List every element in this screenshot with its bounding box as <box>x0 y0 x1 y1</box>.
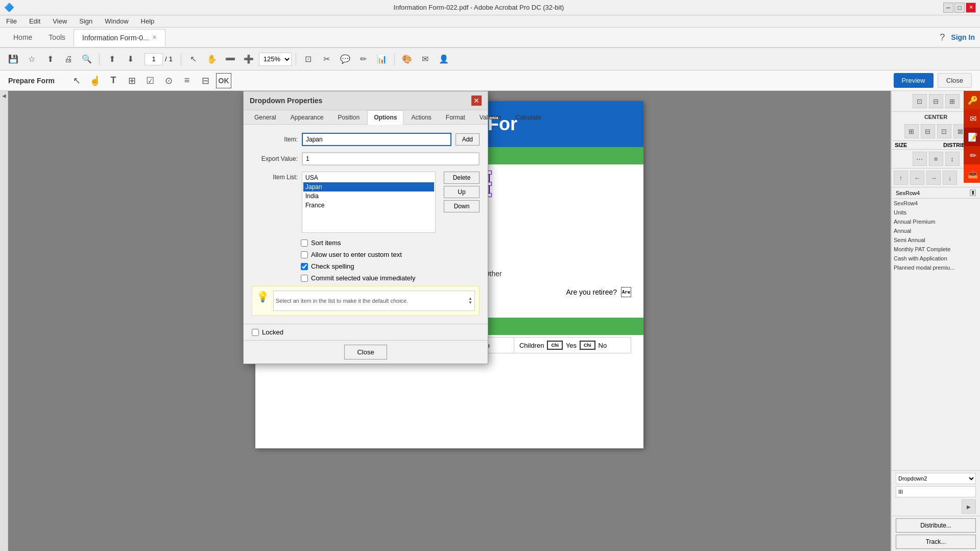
arrow-right-icon[interactable]: → <box>926 171 941 185</box>
menu-view[interactable]: View <box>51 16 69 26</box>
pen-tool[interactable]: ✏ <box>355 51 372 67</box>
tab-general[interactable]: General <box>248 110 283 124</box>
next-page-tool[interactable]: ⬇ <box>122 51 138 67</box>
mail-tool[interactable]: ✉ <box>417 51 434 67</box>
right-item-6[interactable]: Cash with Application <box>892 254 980 263</box>
sex-row-scroll[interactable]: ⬆ <box>970 189 976 196</box>
chart-tool[interactable]: 📊 <box>374 51 390 67</box>
field-arrow-icon[interactable]: ▶ <box>962 499 976 514</box>
acrobat-side-icon-1[interactable]: 🔑 <box>964 91 980 109</box>
color-tool[interactable]: 🎨 <box>399 51 415 67</box>
align-left-icon[interactable]: ⊡ <box>913 94 927 108</box>
arrow-up-icon[interactable]: ↑ <box>894 171 908 185</box>
tab-options[interactable]: Options <box>367 110 403 125</box>
up-button[interactable]: Up <box>444 186 480 198</box>
prev-page-tool[interactable]: ⬆ <box>104 51 120 67</box>
search-tool[interactable]: 🔍 <box>79 51 95 67</box>
menu-window[interactable]: Window <box>103 16 130 26</box>
dropdown-tool[interactable]: ⊟ <box>198 73 213 88</box>
check-spelling-checkbox[interactable] <box>301 263 308 270</box>
maximize-button[interactable]: □ <box>954 3 965 13</box>
field-value-input[interactable] <box>896 486 976 497</box>
tab-appearance[interactable]: Appearance <box>284 110 330 124</box>
fit-page-tool[interactable]: ⊡ <box>300 51 317 67</box>
zoom-in-tool[interactable]: ➕ <box>241 51 257 67</box>
delete-button[interactable]: Delete <box>444 172 480 184</box>
listbox-tool[interactable]: ≡ <box>179 73 195 88</box>
tab-calculate[interactable]: Calculate <box>509 110 547 124</box>
commit-checkbox[interactable] <box>301 275 308 282</box>
hand-tool[interactable]: ✋ <box>204 51 220 67</box>
handle-mr[interactable] <box>488 182 492 186</box>
upload-tool[interactable]: ⬆ <box>42 51 58 67</box>
add-button[interactable]: Add <box>456 133 480 146</box>
size-icon[interactable]: ⊡ <box>937 124 951 138</box>
acrobat-side-icon-2[interactable]: ✉ <box>964 109 980 128</box>
left-panel-arrow[interactable]: ◀ <box>2 93 6 99</box>
right-item-7[interactable]: Planned modal premiu... <box>892 263 980 272</box>
right-item-0[interactable]: SexRow4 <box>892 199 980 208</box>
tab-actions[interactable]: Actions <box>404 110 438 124</box>
sign-in-btn[interactable]: Sign In <box>951 33 975 41</box>
menu-sign[interactable]: Sign <box>77 16 94 26</box>
down-button[interactable]: Down <box>444 200 480 212</box>
right-item-1[interactable]: Units <box>892 208 980 217</box>
align-h-icon[interactable]: ≡ <box>929 152 943 166</box>
retiree-checkbox[interactable]: Are <box>621 287 631 297</box>
allow-custom-checkbox[interactable] <box>301 251 308 258</box>
close-bar-button[interactable]: Close <box>938 73 972 88</box>
acrobat-side-icon-3[interactable]: 📝 <box>964 128 980 146</box>
checkbox-tool[interactable]: ⊞ <box>124 73 139 88</box>
export-value-input[interactable] <box>302 152 480 165</box>
bookmark-tool[interactable]: ☆ <box>23 51 40 67</box>
item-usa[interactable]: USA <box>303 173 434 182</box>
handle-br[interactable] <box>488 193 492 197</box>
comment-tool[interactable]: 💬 <box>337 51 353 67</box>
arrow-left-icon[interactable]: ← <box>910 171 924 185</box>
user-tool[interactable]: 👤 <box>436 51 452 67</box>
right-item-3[interactable]: Annual <box>892 226 980 235</box>
distribute-button[interactable]: Distribute... <box>896 518 976 533</box>
tab-tools[interactable]: Tools <box>40 29 74 45</box>
form-hand-tool[interactable]: ☝ <box>87 73 103 88</box>
zoom-out-tool[interactable]: ➖ <box>222 51 238 67</box>
select-tool[interactable]: ↖ <box>185 51 202 67</box>
page-input[interactable] <box>145 53 163 65</box>
close-bottom-button[interactable]: Close <box>344 345 387 360</box>
save-tool[interactable]: 💾 <box>5 51 21 67</box>
help-dropdown[interactable]: Select an item in the list to make it th… <box>273 291 475 311</box>
distribute-h-icon[interactable]: ⊞ <box>904 124 919 138</box>
crop-tool[interactable]: ✂ <box>319 51 335 67</box>
acrobat-side-icon-5[interactable]: 📤 <box>964 164 980 183</box>
distribute-v-icon[interactable]: ⊟ <box>921 124 935 138</box>
text-field-tool[interactable]: T <box>106 73 121 88</box>
tab-document[interactable]: Information Form-0... ✕ <box>74 29 165 47</box>
sort-items-checkbox[interactable] <box>301 239 308 247</box>
handle-tr[interactable] <box>488 171 492 175</box>
menu-edit[interactable]: Edit <box>27 16 42 26</box>
item-japan[interactable]: Japan <box>303 182 434 191</box>
dropdown2-select[interactable]: Dropdown2 <box>896 473 976 484</box>
ok-tool[interactable]: OK <box>216 73 231 88</box>
menu-file[interactable]: File <box>4 16 19 26</box>
align-right-icon[interactable]: ⊞ <box>945 94 960 108</box>
locked-checkbox[interactable] <box>252 329 259 336</box>
zoom-select[interactable]: 125% 100% 150% 75% <box>259 53 292 66</box>
arrow-down-icon[interactable]: ↓ <box>943 171 957 185</box>
minimize-button[interactable]: ─ <box>943 3 953 13</box>
preview-button[interactable]: Preview <box>894 73 934 88</box>
tab-close-icon[interactable]: ✕ <box>152 34 157 41</box>
item-india[interactable]: India <box>303 191 434 201</box>
menu-help[interactable]: Help <box>139 16 157 26</box>
help-icon[interactable]: ? <box>940 32 945 43</box>
right-item-2[interactable]: Annual Premium <box>892 217 980 226</box>
check-tool[interactable]: ☑ <box>142 73 158 88</box>
item-france[interactable]: France <box>303 201 434 210</box>
track-button[interactable]: Track... <box>896 535 976 549</box>
radio-tool[interactable]: ⊙ <box>161 73 176 88</box>
right-item-5[interactable]: Monthly PAT Complete <box>892 245 980 254</box>
acrobat-side-icon-4[interactable]: ✏ <box>964 146 980 164</box>
print-tool[interactable]: 🖨 <box>60 51 77 67</box>
right-item-4[interactable]: Semi Annual <box>892 235 980 245</box>
align-v-icon[interactable]: ↕ <box>945 152 960 166</box>
